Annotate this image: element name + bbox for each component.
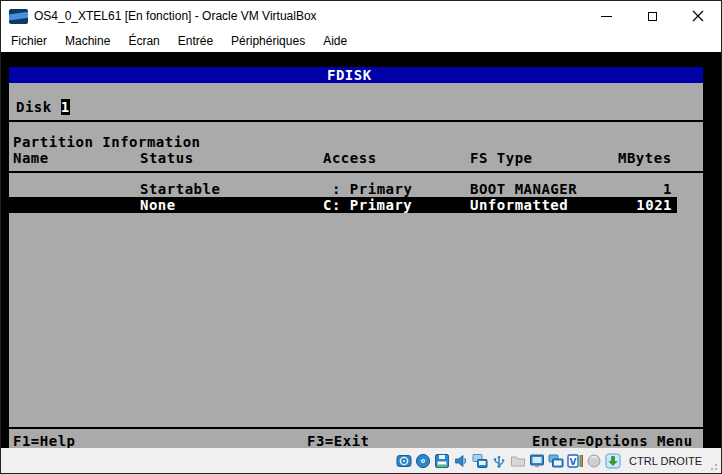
title-bar[interactable]: OS4_0_XTEL61 [En fonction] - Oracle VM V… — [1, 1, 721, 31]
minimize-icon — [601, 16, 612, 17]
floppy-icon[interactable] — [434, 453, 450, 469]
section-title-row: Partition Information — [9, 134, 703, 150]
footer-exit: F3=Exit — [307, 433, 370, 449]
host-key-icon[interactable] — [605, 453, 621, 469]
vbox-features-icon[interactable]: V — [567, 453, 583, 469]
column-fs-type: FS Type — [470, 150, 533, 166]
column-name: Name — [13, 150, 49, 166]
resize-grip[interactable] — [709, 458, 717, 470]
menu-bar: Fichier Machine Écran Entrée Périphériqu… — [1, 31, 721, 52]
optical-disc-icon[interactable] — [415, 453, 431, 469]
disk-selector-row[interactable]: Disk 1 — [9, 99, 703, 115]
usb-icon[interactable] — [491, 453, 507, 469]
display-icon[interactable] — [529, 453, 545, 469]
fdisk-title: FDISK — [327, 67, 372, 83]
virtualbox-logo-icon — [9, 9, 28, 24]
close-icon — [692, 10, 704, 22]
virtualbox-window: OS4_0_XTEL61 [En fonction] - Oracle VM V… — [0, 0, 722, 474]
network-icon[interactable] — [472, 453, 488, 469]
fdisk-title-bar: FDISK — [9, 67, 703, 83]
window-title: OS4_0_XTEL61 [En fonction] - Oracle VM V… — [34, 1, 317, 31]
divider-top — [9, 120, 703, 122]
maximize-button[interactable] — [629, 1, 675, 31]
hard-disk-icon[interactable] — [396, 453, 412, 469]
footer-options: Enter=Options Menu — [532, 433, 693, 449]
column-status: Status — [140, 150, 194, 166]
row-status: None — [140, 197, 176, 213]
close-button[interactable] — [675, 1, 721, 31]
row-access: C: Primary — [323, 197, 412, 213]
row-access: : Primary — [332, 181, 412, 197]
status-bar: V CTRL DROITE — [1, 448, 721, 473]
menu-peripheriques[interactable]: Périphériques — [222, 31, 314, 52]
table-header-row: Name Status Access FS Type MBytes — [9, 150, 703, 166]
menu-machine[interactable]: Machine — [56, 31, 119, 52]
column-access: Access — [323, 150, 377, 166]
partition-row[interactable]: Startable : Primary BOOT MANAGER 1 — [9, 181, 703, 197]
fdisk-screen: Disk 1 Partition Information Name Status… — [9, 83, 703, 448]
column-mbytes: MBytes — [618, 150, 672, 166]
row-mbytes: 1021 — [529, 197, 672, 213]
svg-text:V: V — [570, 456, 577, 466]
menu-fichier[interactable]: Fichier — [2, 31, 56, 52]
audio-icon[interactable] — [453, 453, 469, 469]
row-mbytes: 1 — [529, 181, 672, 197]
divider-footer — [9, 427, 703, 429]
maximize-icon — [648, 12, 657, 21]
shared-folder-icon[interactable] — [510, 453, 526, 469]
host-key-label: CTRL DROITE — [629, 455, 702, 467]
row-status: Startable — [140, 181, 220, 197]
menu-entree[interactable]: Entrée — [169, 31, 222, 52]
minimize-button[interactable] — [583, 1, 629, 31]
recording-icon[interactable] — [548, 453, 564, 469]
fdisk-footer: F1=Help F3=Exit Enter=Options Menu — [9, 433, 703, 449]
menu-ecran[interactable]: Écran — [119, 31, 168, 52]
vm-display[interactable]: FDISK Disk 1 Partition Information Name … — [1, 52, 721, 448]
disk-number-cursor[interactable]: 1 — [61, 99, 70, 115]
disk-label: Disk — [16, 99, 61, 115]
partition-row-selected[interactable]: None C: Primary Unformatted 1021 — [9, 197, 677, 213]
menu-aide[interactable]: Aide — [314, 31, 356, 52]
divider-header — [9, 171, 703, 173]
footer-help: F1=Help — [13, 433, 76, 449]
section-title: Partition Information — [13, 134, 201, 150]
mouse-integration-icon[interactable] — [586, 453, 602, 469]
